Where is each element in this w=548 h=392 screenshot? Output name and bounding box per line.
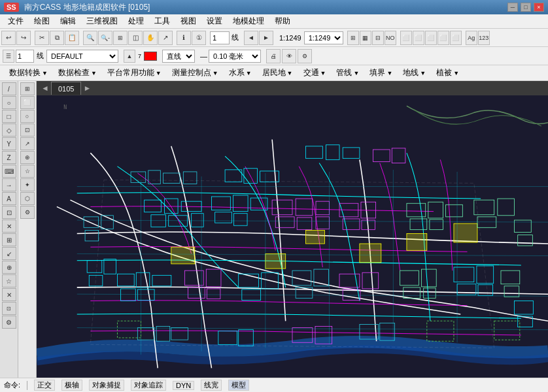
lt-z-button[interactable]: Z xyxy=(2,151,16,164)
info-button[interactable]: ① xyxy=(192,31,206,45)
lt2-hex-button[interactable]: ⬡ xyxy=(20,192,35,205)
status-model[interactable]: 模型 xyxy=(228,380,249,391)
lt-sw-arrow-button[interactable]: ↙ xyxy=(2,247,16,260)
zoom-in-button[interactable]: 🔍 xyxy=(83,31,97,45)
status-ortho[interactable]: 正交 xyxy=(34,380,55,391)
color-swatch[interactable] xyxy=(144,52,157,61)
status-osnap[interactable]: 对象捕捉 xyxy=(89,380,124,391)
pan-button[interactable]: ✋ xyxy=(143,31,158,45)
feat-platform[interactable]: 平台常用功能 ▼ xyxy=(102,66,167,80)
feat-traffic[interactable]: 交通 ▼ xyxy=(298,66,332,80)
status-dyn[interactable]: DYN xyxy=(173,381,194,390)
lt2-grid-button[interactable]: ⊞ xyxy=(20,82,35,95)
orbit-button[interactable]: ↗ xyxy=(158,31,173,45)
canvas-area[interactable]: ◄ 0105 ► xyxy=(37,81,548,378)
num-button[interactable]: 123 xyxy=(478,31,490,45)
scale-dropdown[interactable]: 1:1249 1:500 1:1000 1:2000 xyxy=(304,31,343,44)
lt-x2-button[interactable]: ✕ xyxy=(2,288,16,301)
layer-manager-button[interactable]: ☰ xyxy=(3,50,14,63)
cut-button[interactable]: ✂ xyxy=(35,31,49,45)
lt-y-button[interactable]: Y xyxy=(2,137,16,150)
cam1-button[interactable]: ⬜ xyxy=(400,31,412,45)
lt-measure-button[interactable]: ⊡ xyxy=(2,302,16,315)
redo-button[interactable]: ↪ xyxy=(16,31,31,45)
feat-vegetation[interactable]: 植被 ▼ xyxy=(431,66,464,80)
properties-button[interactable]: ℹ xyxy=(177,31,191,45)
grid-button[interactable]: ⊞ xyxy=(347,31,359,45)
grid4-button[interactable]: NO xyxy=(385,31,396,45)
undo-button[interactable]: ↩ xyxy=(1,31,16,45)
layer-number-input[interactable] xyxy=(16,50,34,63)
zoom-window-button[interactable]: ◫ xyxy=(128,31,143,45)
lt-box-button[interactable]: ⊡ xyxy=(2,206,16,219)
menu-3d[interactable]: 三维视图 xyxy=(81,14,123,28)
zoom-out-button[interactable]: 🔍- xyxy=(98,31,112,45)
lt-plus-button[interactable]: ⊕ xyxy=(2,261,16,274)
lt2-sq-button[interactable]: ⬜ xyxy=(20,96,35,109)
feat-water[interactable]: 水系 ▼ xyxy=(224,66,257,80)
preview-button[interactable]: 👁 xyxy=(282,49,296,63)
paste-button[interactable]: 📋 xyxy=(65,31,79,45)
menu-settings[interactable]: 设置 xyxy=(201,14,228,28)
feat-survey-control[interactable]: 测量控制点 ▼ xyxy=(167,66,224,80)
settings2-button[interactable]: ⚙ xyxy=(298,49,312,63)
lt-cross-button[interactable]: ✕ xyxy=(2,220,16,233)
lt-star-button[interactable]: ☆ xyxy=(2,274,16,287)
lt-grid-button[interactable]: ⊞ xyxy=(2,233,16,246)
menu-edit[interactable]: 编辑 xyxy=(55,14,81,28)
feat-boundary[interactable]: 填界 ▼ xyxy=(364,66,398,80)
menu-file[interactable]: 文件 xyxy=(3,14,29,28)
tab-left-arrow[interactable]: ◄ xyxy=(39,84,51,93)
lt-gear-button[interactable]: ⚙ xyxy=(2,316,16,329)
next-button[interactable]: ► xyxy=(259,31,273,45)
maximize-button[interactable]: □ xyxy=(521,3,531,12)
cam2-button[interactable]: ⬜ xyxy=(413,31,424,45)
linetype-dropdown[interactable]: 直线 xyxy=(162,50,195,63)
print-button[interactable]: 🖨 xyxy=(266,49,281,63)
cam4-button[interactable]: ⬜ xyxy=(437,31,449,45)
lt-line-button[interactable]: / xyxy=(2,82,16,95)
lt2-settings-button[interactable]: ⚙ xyxy=(20,206,35,219)
menu-draw[interactable]: 绘图 xyxy=(29,14,55,28)
lt2-plus2-button[interactable]: ⊕ xyxy=(20,151,35,164)
feat-terrain-line[interactable]: 地线 ▼ xyxy=(398,66,431,80)
lt2-circ-button[interactable]: ○ xyxy=(20,110,35,123)
copy-button[interactable]: ⧉ xyxy=(50,31,64,45)
lt-a-button[interactable]: A xyxy=(2,192,16,205)
lt-diamond-button[interactable]: ◇ xyxy=(2,123,16,137)
feat-residential[interactable]: 居民地 ▼ xyxy=(257,66,298,80)
lt2-star2-button[interactable]: ☆ xyxy=(20,165,35,178)
status-polar[interactable]: 极轴 xyxy=(61,380,82,391)
zoom-all-button[interactable]: ⊞ xyxy=(113,31,128,45)
feat-data-convert[interactable]: 数据转换 ▼ xyxy=(4,66,53,80)
lt2-sparkle-button[interactable]: ✦ xyxy=(20,178,35,191)
layer-input-small[interactable] xyxy=(210,31,230,44)
color-picker-button[interactable]: ▲ xyxy=(124,50,135,63)
font-button[interactable]: Ag xyxy=(466,31,477,45)
map-canvas[interactable]: N E Itt - xyxy=(37,95,548,378)
menu-process[interactable]: 处理 xyxy=(123,14,149,28)
tab-right-arrow[interactable]: ► xyxy=(81,84,93,93)
close-button[interactable]: × xyxy=(534,3,544,12)
lt-arrow-button[interactable]: → xyxy=(2,178,16,191)
lt-rect-button[interactable]: □ xyxy=(2,110,16,123)
lt2-box2-button[interactable]: ⊡ xyxy=(20,123,35,137)
status-otrack[interactable]: 对象追踪 xyxy=(131,380,166,391)
minimize-button[interactable]: ─ xyxy=(507,3,518,12)
feat-pipeline[interactable]: 管线 ▼ xyxy=(331,66,364,80)
grid3-button[interactable]: ⊟ xyxy=(372,31,384,45)
linewidth-dropdown[interactable]: 0.10 毫米 0.20 毫米 xyxy=(209,50,261,63)
layer-dropdown[interactable]: DEFAULT xyxy=(46,50,118,63)
feat-data-check[interactable]: 数据检查 ▼ xyxy=(53,66,102,80)
menu-view[interactable]: 视图 xyxy=(175,14,201,28)
prev-button[interactable]: ◄ xyxy=(244,31,258,45)
menu-help[interactable]: 帮助 xyxy=(269,14,296,28)
lt2-ne-button[interactable]: ↗ xyxy=(20,137,35,150)
menu-tools[interactable]: 工具 xyxy=(149,14,175,28)
lt-text-button[interactable]: ⌨ xyxy=(2,165,16,178)
cam3-button[interactable]: ⬜ xyxy=(425,31,437,45)
cam5-button[interactable]: ⬜ xyxy=(450,31,462,45)
lt-circle-button[interactable]: ○ xyxy=(2,96,16,109)
grid2-button[interactable]: ▦ xyxy=(360,31,371,45)
status-lineweight[interactable]: 线宽 xyxy=(201,380,222,391)
